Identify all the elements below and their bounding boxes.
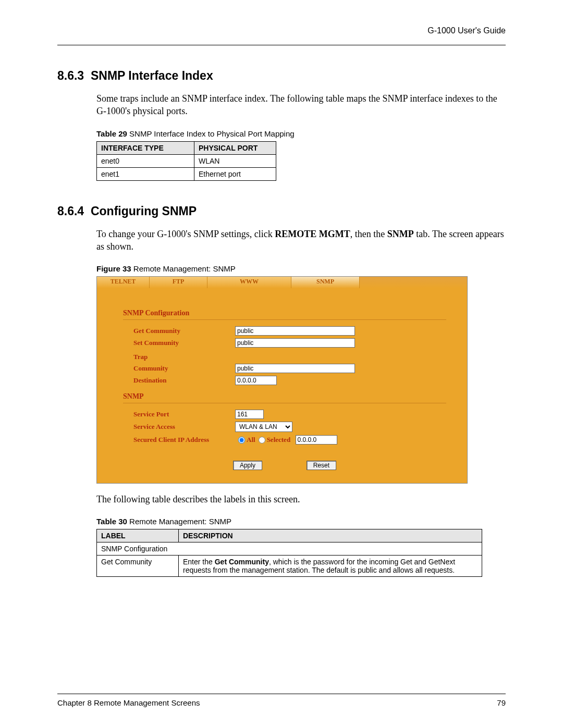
apply-button[interactable]: Apply bbox=[233, 461, 262, 470]
t29-h1: PHYSICAL PORT bbox=[194, 141, 276, 154]
section-title: SNMP Interface Index bbox=[91, 69, 213, 82]
select-service-access[interactable]: WLAN & LAN bbox=[235, 422, 292, 432]
figure33-caption-rest: Remote Management: SNMP bbox=[131, 264, 236, 273]
header-doc-title: G-1000 User's Guide bbox=[57, 26, 506, 35]
radio-all[interactable] bbox=[238, 437, 245, 443]
table-row: SNMP Configuration bbox=[97, 542, 482, 556]
table30-caption: Table 30 Remote Management: SNMP bbox=[96, 517, 506, 526]
header-rule bbox=[57, 45, 506, 45]
section-num: 8.6.4 bbox=[57, 204, 84, 218]
txt: , then the bbox=[350, 229, 387, 239]
t30-row-get-community-desc: Enter the Get Community, which is the pa… bbox=[179, 556, 482, 577]
table29: INTERFACE TYPE PHYSICAL PORT enet0 WLAN … bbox=[96, 141, 276, 181]
figure33-panel: TELNET FTP WWW SNMP SNMP Configuration G… bbox=[96, 276, 468, 484]
section-heading-863: 8.6.3 SNMP Interface Index bbox=[57, 69, 506, 83]
group-rule bbox=[123, 403, 446, 403]
table30: LABEL DESCRIPTION SNMP Configuration Get… bbox=[96, 529, 482, 577]
t29-r1c0: enet1 bbox=[97, 167, 194, 180]
table-row: Get Community Enter the Get Community, w… bbox=[97, 556, 482, 577]
group-snmp-config: SNMP Configuration bbox=[123, 309, 446, 317]
after-figure-text: The following table describes the labels… bbox=[96, 493, 506, 505]
section2-para: To change your G-1000's SNMP settings, c… bbox=[96, 228, 506, 253]
label-service-access: Service Access bbox=[133, 423, 235, 431]
input-trap-community[interactable] bbox=[235, 364, 355, 373]
t29-r1c1: Ethernet port bbox=[194, 167, 276, 180]
table-row: enet0 WLAN bbox=[97, 154, 276, 167]
txt: To change your G-1000's SNMP settings, c… bbox=[96, 229, 275, 239]
table29-caption-bold: Table 29 bbox=[96, 129, 127, 138]
label-set-community: Set Community bbox=[133, 339, 235, 347]
figure33-caption-bold: Figure 33 bbox=[96, 264, 131, 273]
footer-chapter: Chapter 8 Remote Management Screens bbox=[57, 698, 200, 707]
table-row: enet1 Ethernet port bbox=[97, 167, 276, 180]
section1-para: Some traps include an SNMP interface ind… bbox=[96, 92, 506, 118]
t29-r0c0: enet0 bbox=[97, 154, 194, 167]
label-service-port: Service Port bbox=[133, 410, 235, 418]
tab-spacer bbox=[360, 277, 467, 288]
page-footer: Chapter 8 Remote Management Screens 79 bbox=[57, 694, 506, 707]
section-num: 8.6.3 bbox=[57, 69, 84, 82]
tab-telnet[interactable]: TELNET bbox=[97, 277, 150, 288]
input-secured-ip[interactable] bbox=[296, 435, 337, 445]
input-get-community[interactable] bbox=[235, 326, 355, 336]
group-rule bbox=[123, 319, 446, 320]
table29-caption: Table 29 SNMP Interface Index to Physica… bbox=[96, 129, 506, 138]
t30-h1: DESCRIPTION bbox=[179, 529, 482, 542]
table29-caption-rest: SNMP Interface Index to Physical Port Ma… bbox=[127, 129, 295, 138]
table30-caption-rest: Remote Management: SNMP bbox=[127, 517, 231, 526]
label-community: Community bbox=[133, 364, 235, 373]
tab-snmp[interactable]: SNMP bbox=[291, 277, 360, 288]
radio-all-label: All bbox=[247, 436, 255, 444]
tab-www[interactable]: WWW bbox=[207, 277, 291, 288]
reset-button[interactable]: Reset bbox=[307, 461, 336, 470]
input-set-community[interactable] bbox=[235, 338, 355, 348]
tab-row: TELNET FTP WWW SNMP bbox=[97, 277, 467, 288]
table30-caption-bold: Table 30 bbox=[96, 517, 127, 526]
t29-r0c1: WLAN bbox=[194, 154, 276, 167]
radio-selected[interactable] bbox=[259, 437, 265, 443]
bold-remote-mgmt: REMOTE MGMT bbox=[275, 229, 350, 239]
t30-row-snmp-config: SNMP Configuration bbox=[97, 542, 482, 556]
group-snmp: SNMP bbox=[123, 392, 446, 401]
radio-selected-label: Selected bbox=[267, 436, 290, 444]
input-service-port[interactable] bbox=[235, 410, 264, 419]
section-title: Configuring SNMP bbox=[91, 204, 197, 218]
t29-h0: INTERFACE TYPE bbox=[97, 141, 194, 154]
label-secured-ip: Secured Client IP Address bbox=[133, 436, 235, 444]
bold-get-community: Get Community bbox=[215, 558, 269, 566]
tab-ftp[interactable]: FTP bbox=[150, 277, 207, 288]
txt: Enter the bbox=[183, 558, 215, 566]
label-get-community: Get Community bbox=[133, 327, 235, 335]
section-heading-864: 8.6.4 Configuring SNMP bbox=[57, 204, 506, 218]
t30-row-get-community-label: Get Community bbox=[97, 556, 179, 577]
footer-page-number: 79 bbox=[497, 698, 506, 707]
label-trap: Trap bbox=[133, 353, 235, 361]
input-trap-destination[interactable] bbox=[235, 376, 277, 385]
bold-snmp: SNMP bbox=[387, 229, 414, 239]
label-destination: Destination bbox=[133, 376, 235, 385]
figure33-caption: Figure 33 Remote Management: SNMP bbox=[96, 264, 506, 273]
t30-h0: LABEL bbox=[97, 529, 179, 542]
